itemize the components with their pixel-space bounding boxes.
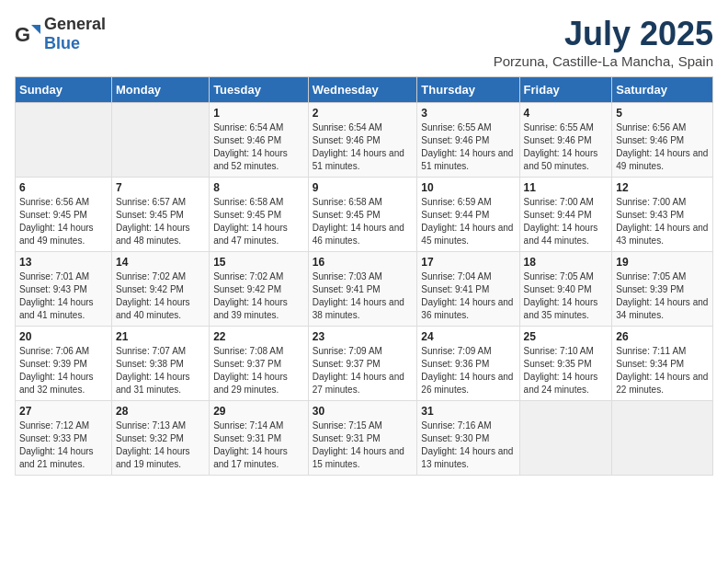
day-number: 18 [524, 256, 609, 269]
day-number: 8 [213, 181, 304, 194]
day-detail: Sunrise: 7:11 AM Sunset: 9:34 PM Dayligh… [616, 345, 709, 396]
calendar-week-row: 13Sunrise: 7:01 AM Sunset: 9:43 PM Dayli… [16, 252, 713, 327]
day-detail: Sunrise: 6:58 AM Sunset: 9:45 PM Dayligh… [213, 196, 304, 247]
svg-marker-1 [31, 25, 40, 34]
day-detail: Sunrise: 6:55 AM Sunset: 9:46 PM Dayligh… [421, 121, 515, 173]
day-detail: Sunrise: 7:00 AM Sunset: 9:44 PM Dayligh… [524, 196, 609, 247]
day-number: 14 [116, 256, 205, 269]
calendar-cell: 4Sunrise: 6:55 AM Sunset: 9:46 PM Daylig… [519, 103, 612, 178]
day-detail: Sunrise: 6:57 AM Sunset: 9:45 PM Dayligh… [116, 196, 205, 247]
day-detail: Sunrise: 7:04 AM Sunset: 9:41 PM Dayligh… [421, 270, 515, 322]
day-detail: Sunrise: 7:05 AM Sunset: 9:40 PM Dayligh… [524, 270, 609, 322]
logo-general: General [44, 15, 106, 33]
day-number: 10 [421, 181, 515, 194]
day-detail: Sunrise: 7:06 AM Sunset: 9:39 PM Dayligh… [19, 345, 108, 396]
day-detail: Sunrise: 6:56 AM Sunset: 9:46 PM Dayligh… [616, 121, 709, 173]
subtitle: Porzuna, Castille-La Mancha, Spain [494, 53, 713, 69]
day-detail: Sunrise: 6:55 AM Sunset: 9:46 PM Dayligh… [524, 121, 609, 173]
logo-blue: Blue [44, 34, 80, 52]
weekday-header: Thursday [417, 77, 519, 103]
calendar-cell: 10Sunrise: 6:59 AM Sunset: 9:44 PM Dayli… [417, 178, 519, 252]
calendar-cell: 25Sunrise: 7:10 AM Sunset: 9:35 PM Dayli… [519, 327, 612, 401]
weekday-header: Tuesday [210, 77, 309, 103]
logo: G General Blue [15, 15, 106, 53]
day-detail: Sunrise: 7:15 AM Sunset: 9:31 PM Dayligh… [313, 419, 414, 471]
day-number: 26 [616, 330, 709, 343]
day-number: 19 [616, 256, 709, 269]
header-row: SundayMondayTuesdayWednesdayThursdayFrid… [16, 77, 713, 103]
calendar-cell [16, 103, 112, 178]
day-number: 5 [616, 107, 709, 120]
day-number: 2 [313, 107, 414, 120]
calendar-cell [519, 401, 612, 476]
day-detail: Sunrise: 7:02 AM Sunset: 9:42 PM Dayligh… [213, 270, 304, 322]
calendar-cell: 12Sunrise: 7:00 AM Sunset: 9:43 PM Dayli… [612, 178, 713, 252]
day-number: 21 [116, 330, 205, 343]
calendar-cell: 2Sunrise: 6:54 AM Sunset: 9:46 PM Daylig… [308, 103, 417, 178]
calendar-cell: 14Sunrise: 7:02 AM Sunset: 9:42 PM Dayli… [111, 252, 209, 327]
calendar-cell: 3Sunrise: 6:55 AM Sunset: 9:46 PM Daylig… [417, 103, 519, 178]
day-detail: Sunrise: 6:58 AM Sunset: 9:45 PM Dayligh… [313, 196, 414, 247]
calendar-cell: 17Sunrise: 7:04 AM Sunset: 9:41 PM Dayli… [417, 252, 519, 327]
day-number: 12 [616, 181, 709, 194]
calendar-header: SundayMondayTuesdayWednesdayThursdayFrid… [16, 77, 713, 103]
day-number: 4 [524, 107, 609, 120]
calendar-cell: 18Sunrise: 7:05 AM Sunset: 9:40 PM Dayli… [519, 252, 612, 327]
day-detail: Sunrise: 7:16 AM Sunset: 9:30 PM Dayligh… [421, 419, 515, 471]
day-detail: Sunrise: 7:09 AM Sunset: 9:37 PM Dayligh… [313, 345, 414, 396]
calendar-week-row: 20Sunrise: 7:06 AM Sunset: 9:39 PM Dayli… [16, 327, 713, 401]
day-number: 1 [213, 107, 304, 120]
calendar-week-row: 1Sunrise: 6:54 AM Sunset: 9:46 PM Daylig… [16, 103, 713, 178]
day-detail: Sunrise: 7:02 AM Sunset: 9:42 PM Dayligh… [116, 270, 205, 322]
title-block: July 2025 Porzuna, Castille-La Mancha, S… [494, 15, 713, 69]
day-number: 24 [421, 330, 515, 343]
day-number: 6 [19, 181, 108, 194]
weekday-header: Wednesday [308, 77, 417, 103]
day-detail: Sunrise: 6:54 AM Sunset: 9:46 PM Dayligh… [313, 121, 414, 173]
day-detail: Sunrise: 7:03 AM Sunset: 9:41 PM Dayligh… [313, 270, 414, 322]
day-detail: Sunrise: 7:07 AM Sunset: 9:38 PM Dayligh… [116, 345, 205, 396]
day-detail: Sunrise: 7:12 AM Sunset: 9:33 PM Dayligh… [19, 419, 108, 471]
calendar-cell: 24Sunrise: 7:09 AM Sunset: 9:36 PM Dayli… [417, 327, 519, 401]
calendar-cell: 28Sunrise: 7:13 AM Sunset: 9:32 PM Dayli… [111, 401, 209, 476]
day-detail: Sunrise: 7:05 AM Sunset: 9:39 PM Dayligh… [616, 270, 709, 322]
calendar-cell: 29Sunrise: 7:14 AM Sunset: 9:31 PM Dayli… [210, 401, 309, 476]
day-detail: Sunrise: 7:00 AM Sunset: 9:43 PM Dayligh… [616, 196, 709, 247]
day-number: 7 [116, 181, 205, 194]
calendar-cell: 30Sunrise: 7:15 AM Sunset: 9:31 PM Dayli… [308, 401, 417, 476]
calendar-cell: 8Sunrise: 6:58 AM Sunset: 9:45 PM Daylig… [210, 178, 309, 252]
calendar-table: SundayMondayTuesdayWednesdayThursdayFrid… [15, 76, 713, 476]
day-number: 17 [421, 256, 515, 269]
calendar-week-row: 27Sunrise: 7:12 AM Sunset: 9:33 PM Dayli… [16, 401, 713, 476]
day-number: 31 [421, 405, 515, 418]
day-number: 13 [19, 256, 108, 269]
calendar-cell: 16Sunrise: 7:03 AM Sunset: 9:41 PM Dayli… [308, 252, 417, 327]
calendar-cell: 15Sunrise: 7:02 AM Sunset: 9:42 PM Dayli… [210, 252, 309, 327]
day-number: 29 [213, 405, 304, 418]
calendar-cell: 26Sunrise: 7:11 AM Sunset: 9:34 PM Dayli… [612, 327, 713, 401]
day-detail: Sunrise: 6:56 AM Sunset: 9:45 PM Dayligh… [19, 196, 108, 247]
day-detail: Sunrise: 7:08 AM Sunset: 9:37 PM Dayligh… [213, 345, 304, 396]
calendar-cell: 1Sunrise: 6:54 AM Sunset: 9:46 PM Daylig… [210, 103, 309, 178]
calendar-cell: 21Sunrise: 7:07 AM Sunset: 9:38 PM Dayli… [111, 327, 209, 401]
calendar-cell: 11Sunrise: 7:00 AM Sunset: 9:44 PM Dayli… [519, 178, 612, 252]
svg-text:G: G [15, 23, 30, 46]
day-number: 27 [19, 405, 108, 418]
day-number: 11 [524, 181, 609, 194]
day-number: 28 [116, 405, 205, 418]
day-detail: Sunrise: 7:01 AM Sunset: 9:43 PM Dayligh… [19, 270, 108, 322]
calendar-cell: 9Sunrise: 6:58 AM Sunset: 9:45 PM Daylig… [308, 178, 417, 252]
calendar-cell: 6Sunrise: 6:56 AM Sunset: 9:45 PM Daylig… [16, 178, 112, 252]
calendar-cell: 7Sunrise: 6:57 AM Sunset: 9:45 PM Daylig… [111, 178, 209, 252]
calendar-cell [612, 401, 713, 476]
calendar-cell: 22Sunrise: 7:08 AM Sunset: 9:37 PM Dayli… [210, 327, 309, 401]
page-header: G General Blue July 2025 Porzuna, Castil… [15, 15, 713, 69]
calendar-cell: 19Sunrise: 7:05 AM Sunset: 9:39 PM Dayli… [612, 252, 713, 327]
day-detail: Sunrise: 6:59 AM Sunset: 9:44 PM Dayligh… [421, 196, 515, 247]
day-detail: Sunrise: 7:09 AM Sunset: 9:36 PM Dayligh… [421, 345, 515, 396]
day-detail: Sunrise: 7:10 AM Sunset: 9:35 PM Dayligh… [524, 345, 609, 396]
calendar-cell: 5Sunrise: 6:56 AM Sunset: 9:46 PM Daylig… [612, 103, 713, 178]
day-number: 22 [213, 330, 304, 343]
weekday-header: Sunday [16, 77, 112, 103]
main-title: July 2025 [494, 15, 713, 53]
